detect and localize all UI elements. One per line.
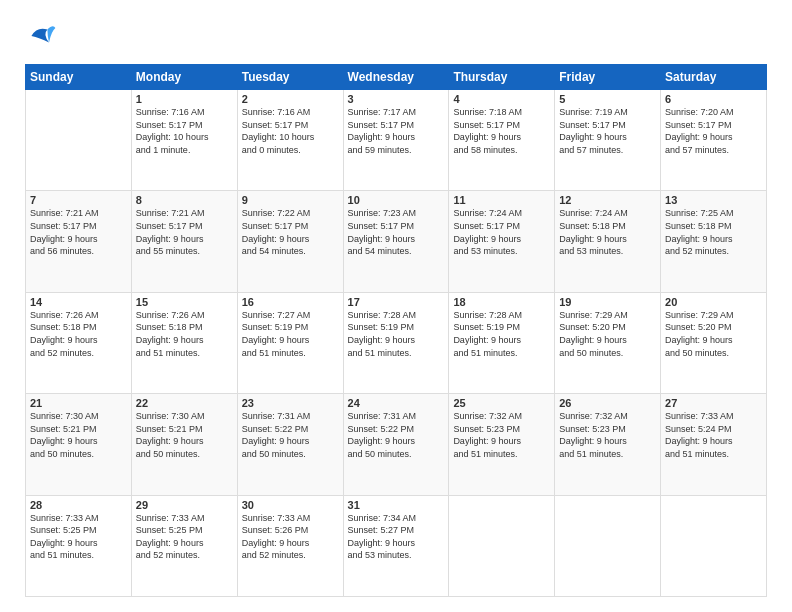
logo-icon (25, 20, 57, 52)
day-number: 4 (453, 93, 550, 105)
calendar-body: 1Sunrise: 7:16 AM Sunset: 5:17 PM Daylig… (26, 90, 767, 597)
day-number: 19 (559, 296, 656, 308)
day-info: Sunrise: 7:28 AM Sunset: 5:19 PM Dayligh… (453, 309, 550, 359)
calendar-cell: 17Sunrise: 7:28 AM Sunset: 5:19 PM Dayli… (343, 292, 449, 393)
day-number: 14 (30, 296, 127, 308)
day-number: 27 (665, 397, 762, 409)
day-number: 17 (348, 296, 445, 308)
calendar-cell: 15Sunrise: 7:26 AM Sunset: 5:18 PM Dayli… (131, 292, 237, 393)
calendar-cell: 19Sunrise: 7:29 AM Sunset: 5:20 PM Dayli… (555, 292, 661, 393)
header-day-thursday: Thursday (449, 65, 555, 90)
day-info: Sunrise: 7:18 AM Sunset: 5:17 PM Dayligh… (453, 106, 550, 156)
calendar-cell: 8Sunrise: 7:21 AM Sunset: 5:17 PM Daylig… (131, 191, 237, 292)
day-info: Sunrise: 7:29 AM Sunset: 5:20 PM Dayligh… (665, 309, 762, 359)
calendar-cell: 2Sunrise: 7:16 AM Sunset: 5:17 PM Daylig… (237, 90, 343, 191)
day-number: 20 (665, 296, 762, 308)
calendar-cell: 29Sunrise: 7:33 AM Sunset: 5:25 PM Dayli… (131, 495, 237, 596)
day-info: Sunrise: 7:20 AM Sunset: 5:17 PM Dayligh… (665, 106, 762, 156)
day-info: Sunrise: 7:26 AM Sunset: 5:18 PM Dayligh… (30, 309, 127, 359)
header-day-wednesday: Wednesday (343, 65, 449, 90)
day-info: Sunrise: 7:33 AM Sunset: 5:26 PM Dayligh… (242, 512, 339, 562)
day-info: Sunrise: 7:34 AM Sunset: 5:27 PM Dayligh… (348, 512, 445, 562)
day-number: 18 (453, 296, 550, 308)
calendar-cell: 9Sunrise: 7:22 AM Sunset: 5:17 PM Daylig… (237, 191, 343, 292)
day-info: Sunrise: 7:25 AM Sunset: 5:18 PM Dayligh… (665, 207, 762, 257)
day-number: 5 (559, 93, 656, 105)
day-info: Sunrise: 7:30 AM Sunset: 5:21 PM Dayligh… (136, 410, 233, 460)
day-number: 3 (348, 93, 445, 105)
day-info: Sunrise: 7:21 AM Sunset: 5:17 PM Dayligh… (136, 207, 233, 257)
header-day-sunday: Sunday (26, 65, 132, 90)
day-info: Sunrise: 7:16 AM Sunset: 5:17 PM Dayligh… (242, 106, 339, 156)
day-number: 2 (242, 93, 339, 105)
calendar-cell: 20Sunrise: 7:29 AM Sunset: 5:20 PM Dayli… (661, 292, 767, 393)
day-number: 24 (348, 397, 445, 409)
calendar-cell: 11Sunrise: 7:24 AM Sunset: 5:17 PM Dayli… (449, 191, 555, 292)
calendar-cell: 4Sunrise: 7:18 AM Sunset: 5:17 PM Daylig… (449, 90, 555, 191)
day-number: 15 (136, 296, 233, 308)
day-info: Sunrise: 7:22 AM Sunset: 5:17 PM Dayligh… (242, 207, 339, 257)
day-number: 6 (665, 93, 762, 105)
day-info: Sunrise: 7:29 AM Sunset: 5:20 PM Dayligh… (559, 309, 656, 359)
day-info: Sunrise: 7:31 AM Sunset: 5:22 PM Dayligh… (242, 410, 339, 460)
day-number: 10 (348, 194, 445, 206)
day-number: 22 (136, 397, 233, 409)
calendar-cell: 23Sunrise: 7:31 AM Sunset: 5:22 PM Dayli… (237, 394, 343, 495)
calendar-cell: 18Sunrise: 7:28 AM Sunset: 5:19 PM Dayli… (449, 292, 555, 393)
calendar-cell: 31Sunrise: 7:34 AM Sunset: 5:27 PM Dayli… (343, 495, 449, 596)
day-info: Sunrise: 7:33 AM Sunset: 5:24 PM Dayligh… (665, 410, 762, 460)
header-day-friday: Friday (555, 65, 661, 90)
day-info: Sunrise: 7:19 AM Sunset: 5:17 PM Dayligh… (559, 106, 656, 156)
day-number: 13 (665, 194, 762, 206)
day-number: 11 (453, 194, 550, 206)
day-number: 9 (242, 194, 339, 206)
day-number: 28 (30, 499, 127, 511)
week-row-2: 14Sunrise: 7:26 AM Sunset: 5:18 PM Dayli… (26, 292, 767, 393)
week-row-3: 21Sunrise: 7:30 AM Sunset: 5:21 PM Dayli… (26, 394, 767, 495)
day-info: Sunrise: 7:30 AM Sunset: 5:21 PM Dayligh… (30, 410, 127, 460)
calendar-cell: 1Sunrise: 7:16 AM Sunset: 5:17 PM Daylig… (131, 90, 237, 191)
week-row-0: 1Sunrise: 7:16 AM Sunset: 5:17 PM Daylig… (26, 90, 767, 191)
day-info: Sunrise: 7:17 AM Sunset: 5:17 PM Dayligh… (348, 106, 445, 156)
day-info: Sunrise: 7:16 AM Sunset: 5:17 PM Dayligh… (136, 106, 233, 156)
header-day-tuesday: Tuesday (237, 65, 343, 90)
calendar-cell: 5Sunrise: 7:19 AM Sunset: 5:17 PM Daylig… (555, 90, 661, 191)
day-number: 7 (30, 194, 127, 206)
day-number: 30 (242, 499, 339, 511)
header-day-saturday: Saturday (661, 65, 767, 90)
calendar-cell: 26Sunrise: 7:32 AM Sunset: 5:23 PM Dayli… (555, 394, 661, 495)
day-number: 16 (242, 296, 339, 308)
day-info: Sunrise: 7:23 AM Sunset: 5:17 PM Dayligh… (348, 207, 445, 257)
calendar-cell: 22Sunrise: 7:30 AM Sunset: 5:21 PM Dayli… (131, 394, 237, 495)
day-info: Sunrise: 7:21 AM Sunset: 5:17 PM Dayligh… (30, 207, 127, 257)
day-number: 29 (136, 499, 233, 511)
calendar-header: SundayMondayTuesdayWednesdayThursdayFrid… (26, 65, 767, 90)
calendar-cell: 21Sunrise: 7:30 AM Sunset: 5:21 PM Dayli… (26, 394, 132, 495)
day-info: Sunrise: 7:32 AM Sunset: 5:23 PM Dayligh… (559, 410, 656, 460)
day-info: Sunrise: 7:28 AM Sunset: 5:19 PM Dayligh… (348, 309, 445, 359)
calendar-cell: 10Sunrise: 7:23 AM Sunset: 5:17 PM Dayli… (343, 191, 449, 292)
calendar-cell: 13Sunrise: 7:25 AM Sunset: 5:18 PM Dayli… (661, 191, 767, 292)
calendar-cell: 16Sunrise: 7:27 AM Sunset: 5:19 PM Dayli… (237, 292, 343, 393)
day-number: 21 (30, 397, 127, 409)
header-day-monday: Monday (131, 65, 237, 90)
page: SundayMondayTuesdayWednesdayThursdayFrid… (0, 0, 792, 612)
calendar-cell: 6Sunrise: 7:20 AM Sunset: 5:17 PM Daylig… (661, 90, 767, 191)
calendar-cell (661, 495, 767, 596)
calendar-cell: 7Sunrise: 7:21 AM Sunset: 5:17 PM Daylig… (26, 191, 132, 292)
day-info: Sunrise: 7:27 AM Sunset: 5:19 PM Dayligh… (242, 309, 339, 359)
day-info: Sunrise: 7:24 AM Sunset: 5:17 PM Dayligh… (453, 207, 550, 257)
day-info: Sunrise: 7:31 AM Sunset: 5:22 PM Dayligh… (348, 410, 445, 460)
calendar-cell (555, 495, 661, 596)
day-number: 25 (453, 397, 550, 409)
calendar-cell (26, 90, 132, 191)
day-number: 1 (136, 93, 233, 105)
calendar-cell: 24Sunrise: 7:31 AM Sunset: 5:22 PM Dayli… (343, 394, 449, 495)
day-info: Sunrise: 7:24 AM Sunset: 5:18 PM Dayligh… (559, 207, 656, 257)
week-row-1: 7Sunrise: 7:21 AM Sunset: 5:17 PM Daylig… (26, 191, 767, 292)
week-row-4: 28Sunrise: 7:33 AM Sunset: 5:25 PM Dayli… (26, 495, 767, 596)
calendar-cell: 3Sunrise: 7:17 AM Sunset: 5:17 PM Daylig… (343, 90, 449, 191)
header-row: SundayMondayTuesdayWednesdayThursdayFrid… (26, 65, 767, 90)
calendar-cell: 14Sunrise: 7:26 AM Sunset: 5:18 PM Dayli… (26, 292, 132, 393)
day-number: 12 (559, 194, 656, 206)
